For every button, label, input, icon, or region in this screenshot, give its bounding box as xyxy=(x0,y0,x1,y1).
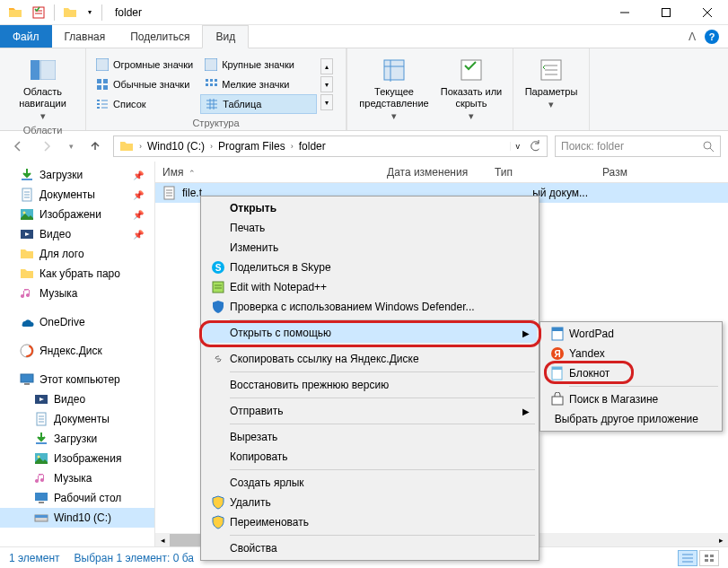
svg-rect-54 xyxy=(552,367,562,370)
qat-folder2-icon[interactable] xyxy=(60,3,80,22)
ctx-open[interactable]: Открыть xyxy=(203,198,537,218)
sub-notepad[interactable]: Блокнот xyxy=(542,363,720,383)
sidebar-pc-item-1[interactable]: Документы xyxy=(0,409,154,429)
context-menu: Открыть Печать Изменить SПоделиться в Sk… xyxy=(200,196,539,561)
svg-rect-1 xyxy=(662,8,671,16)
svg-rect-14 xyxy=(210,83,213,86)
col-name[interactable]: Имя xyxy=(155,166,380,179)
qat-properties-icon[interactable] xyxy=(29,3,48,22)
layout-medium[interactable]: Обычные значки xyxy=(92,74,197,94)
window-title: folder xyxy=(110,6,604,19)
sidebar-pc-item-6[interactable]: Wind10 (C:) xyxy=(0,508,154,528)
ctx-notepadpp[interactable]: Edit with Notepad++ xyxy=(203,277,537,297)
sidebar-pc-item-0[interactable]: Видео xyxy=(0,389,154,409)
col-type[interactable]: Тип xyxy=(487,166,595,179)
layout-scroll-down[interactable]: ▾ xyxy=(320,76,333,92)
ctx-print[interactable]: Печать xyxy=(203,218,537,238)
layout-scroll-up[interactable]: ▴ xyxy=(320,58,333,74)
group-structure-label: Структура xyxy=(92,117,340,128)
layout-list[interactable]: Список xyxy=(92,94,197,114)
layout-huge[interactable]: Огромные значки xyxy=(92,55,197,74)
svg-rect-13 xyxy=(206,83,208,86)
nav-up-button[interactable] xyxy=(84,135,106,157)
tab-home[interactable]: Главная xyxy=(52,25,118,48)
sidebar-pc-item-2[interactable]: Загрузки xyxy=(0,429,154,449)
ctx-open-with[interactable]: Открыть с помощью▶ xyxy=(203,323,537,343)
svg-text:S: S xyxy=(215,263,222,273)
sidebar-yandex[interactable]: Яндекс.Диск xyxy=(0,341,154,361)
sub-store[interactable]: Поиск в Магазине xyxy=(542,389,720,409)
tab-view[interactable]: Вид xyxy=(202,25,249,48)
sidebar-pc-item-5[interactable]: Рабочий стол xyxy=(0,488,154,508)
collapse-ribbon-icon[interactable]: ᐱ xyxy=(689,31,696,43)
nav-pane-button[interactable]: Область навигации ▾ xyxy=(5,52,80,124)
refresh-icon[interactable] xyxy=(525,140,545,153)
ctx-send-to[interactable]: Отправить▶ xyxy=(203,401,537,421)
sidebar-item-3[interactable]: Видео📌 xyxy=(0,224,154,244)
help-icon[interactable]: ? xyxy=(705,30,719,44)
ctx-yandex-link[interactable]: Скопировать ссылку на Яндекс.Диске xyxy=(203,349,537,369)
sidebar-item-0[interactable]: Загрузки📌 xyxy=(0,165,154,185)
svg-point-36 xyxy=(38,456,40,459)
svg-rect-31 xyxy=(24,383,30,385)
ctx-copy[interactable]: Копировать xyxy=(203,447,537,467)
tab-file[interactable]: Файл xyxy=(0,25,52,48)
svg-rect-38 xyxy=(39,502,44,503)
minimize-button[interactable] xyxy=(604,0,645,25)
svg-rect-4 xyxy=(96,58,109,71)
view-details-button[interactable] xyxy=(678,550,697,566)
layout-expand[interactable]: ▾ xyxy=(320,94,333,110)
ctx-shortcut[interactable]: Создать ярлык xyxy=(203,473,537,493)
breadcrumb-dropdown[interactable]: v xyxy=(510,142,526,151)
svg-rect-34 xyxy=(36,442,47,444)
tab-share[interactable]: Поделиться xyxy=(118,25,202,48)
crumb-folder[interactable]: folder xyxy=(295,140,329,153)
crumb-drive[interactable]: Wind10 (C:) xyxy=(144,140,208,153)
close-button[interactable] xyxy=(687,0,728,25)
sidebar-item-4[interactable]: Для лого xyxy=(0,244,154,264)
breadcrumb[interactable]: › Wind10 (C:) › Program Files › folder v xyxy=(113,135,548,157)
layout-small[interactable]: Мелкие значки xyxy=(200,74,317,94)
layout-large[interactable]: Крупные значки xyxy=(200,55,317,74)
link-icon xyxy=(211,352,225,366)
sidebar-item-2[interactable]: Изображени📌 xyxy=(0,205,154,224)
ctx-cut[interactable]: Вырезать xyxy=(203,427,537,447)
sidebar-onedrive[interactable]: OneDrive xyxy=(0,312,154,332)
show-hide-button[interactable]: Показать или скрыть▾ xyxy=(435,52,507,124)
group-areas-label: Области xyxy=(5,124,80,135)
qat-dropdown-icon[interactable]: ▾ xyxy=(83,3,96,22)
sub-wordpad[interactable]: WordPad xyxy=(542,324,720,344)
ctx-restore[interactable]: Восстановить прежнюю версию xyxy=(203,375,537,395)
col-date[interactable]: Дата изменения xyxy=(380,166,487,179)
crumb-program-files[interactable]: Program Files xyxy=(215,140,289,153)
current-view-button[interactable]: Текущее представление▾ xyxy=(353,52,435,124)
ctx-properties[interactable]: Свойства xyxy=(203,538,537,558)
sidebar-item-1[interactable]: Документы📌 xyxy=(0,185,154,205)
col-size[interactable]: Разм xyxy=(595,166,649,179)
nav-back-button[interactable] xyxy=(7,135,29,157)
nav-forward-button[interactable] xyxy=(36,135,57,157)
sidebar-this-pc[interactable]: Этот компьютер xyxy=(0,370,154,389)
view-icons-button[interactable] xyxy=(699,550,719,566)
sidebar-pc-item-4[interactable]: Музыка xyxy=(0,468,154,488)
maximize-button[interactable] xyxy=(645,0,687,25)
ctx-delete[interactable]: Удалить xyxy=(203,493,537,512)
ctx-rename[interactable]: Переименовать xyxy=(203,512,537,532)
notepadpp-icon xyxy=(211,280,225,294)
ctx-defender[interactable]: Проверка с использованием Windows Defend… xyxy=(203,297,537,317)
layout-table[interactable]: Таблица xyxy=(200,94,317,114)
sub-yandex[interactable]: ЯYandex xyxy=(542,344,720,363)
svg-rect-11 xyxy=(210,79,213,82)
ctx-edit[interactable]: Изменить xyxy=(203,238,537,258)
sidebar-pc-item-3[interactable]: Изображения xyxy=(0,449,154,468)
nav-history-button[interactable]: ▾ xyxy=(65,135,77,157)
sub-other[interactable]: Выбрать другое приложение xyxy=(542,409,720,429)
sidebar-item-5[interactable]: Как убрать паро xyxy=(0,264,154,284)
options-button[interactable]: Параметры▾ xyxy=(519,52,583,112)
shield-icon xyxy=(211,495,225,510)
ctx-skype[interactable]: SПоделиться в Skype xyxy=(203,258,537,277)
search-input[interactable]: Поиск: folder xyxy=(555,135,721,157)
store-icon xyxy=(550,392,565,406)
svg-rect-19 xyxy=(384,60,404,80)
sidebar-item-6[interactable]: Музыка xyxy=(0,284,154,303)
